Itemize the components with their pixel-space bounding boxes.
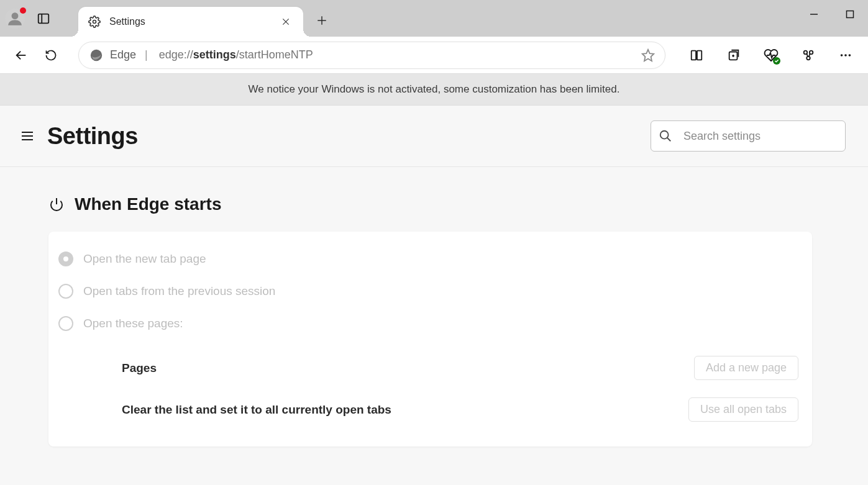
address-url: edge://settings/startHomeNTP [159,48,313,61]
settings-menu-button[interactable] [16,125,39,147]
close-tab-button[interactable] [277,13,295,30]
power-icon [48,196,65,212]
window-controls [796,0,868,29]
svg-rect-9 [847,11,854,18]
titlebar: Settings [0,0,868,37]
radio-open-new-tab[interactable]: Open the new tab page [58,243,798,275]
extensions-button[interactable] [796,43,821,68]
startup-card: Open the new tab page Open tabs from the… [48,232,812,446]
pages-subsection: Pages Add a new page Clear the list and … [58,347,798,430]
url-part2: /startHomeNTP [236,48,313,61]
svg-line-31 [667,138,671,142]
section-when-edge-starts: When Edge starts Open the new tab page O… [0,167,868,446]
health-button[interactable] [759,43,783,68]
banner-text: We notice your Windows is not activated,… [249,83,620,96]
clear-list-row: Clear the list and set it to all current… [58,389,798,430]
toolbar-actions [684,43,858,68]
gear-icon [88,16,101,28]
svg-point-0 [12,12,19,19]
section-title: When Edge starts [75,194,221,214]
favorite-button[interactable] [637,45,659,66]
page-title: Settings [47,123,138,150]
tab-settings[interactable]: Settings [78,7,303,37]
edge-logo-icon [89,48,104,63]
maximize-button[interactable] [832,0,868,29]
tab-title: Settings [109,16,145,27]
search-input[interactable] [683,130,838,143]
radio-icon [58,316,73,331]
svg-line-22 [806,53,808,57]
address-separator: | [145,48,148,61]
radio-icon [58,252,73,266]
radio-label: Open tabs from the previous session [83,284,275,298]
svg-line-23 [809,53,810,57]
svg-point-3 [93,20,96,24]
settings-header: Settings [0,106,868,167]
svg-rect-1 [39,14,49,23]
svg-marker-12 [642,49,654,60]
svg-point-24 [841,54,843,57]
clear-list-label: Clear the list and set it to all current… [122,403,391,417]
svg-point-30 [660,131,669,139]
more-button[interactable] [833,43,858,68]
pages-row: Pages Add a new page [58,347,798,389]
svg-rect-14 [697,50,701,60]
split-screen-button[interactable] [684,43,709,68]
profile-button[interactable] [5,9,25,29]
minimize-button[interactable] [796,0,832,29]
svg-point-26 [849,54,851,57]
section-head: When Edge starts [48,194,812,214]
use-all-open-tabs-button[interactable]: Use all open tabs [688,397,798,422]
address-bar[interactable]: Edge | edge://settings/startHomeNTP [78,42,665,69]
radio-label: Open the new tab page [83,252,206,266]
radio-label: Open these pages: [83,317,183,330]
settings-content: Settings When Edge starts Open the new t… [0,106,868,485]
svg-point-21 [806,56,810,60]
svg-point-25 [844,54,847,57]
activation-banner: We notice your Windows is not activated,… [0,73,868,106]
collections-button[interactable] [721,43,746,68]
url-part1: edge:// [159,48,193,61]
search-icon [659,129,672,143]
pages-label: Pages [122,361,157,375]
radio-open-previous[interactable]: Open tabs from the previous session [58,275,798,307]
svg-rect-13 [692,50,696,60]
notification-dot-icon [20,7,26,14]
titlebar-left [0,0,55,37]
url-bold: settings [193,48,236,61]
add-new-page-button[interactable]: Add a new page [694,356,798,380]
new-tab-button[interactable] [311,9,333,32]
browser-toolbar: Edge | edge://settings/startHomeNTP [0,37,868,73]
refresh-button[interactable] [37,42,65,69]
radio-open-these-pages[interactable]: Open these pages: [58,307,798,340]
radio-icon [58,284,73,299]
back-button[interactable] [7,42,35,69]
address-prefix: Edge [110,48,136,61]
tab-actions-button[interactable] [32,7,55,30]
search-settings[interactable] [651,120,846,152]
